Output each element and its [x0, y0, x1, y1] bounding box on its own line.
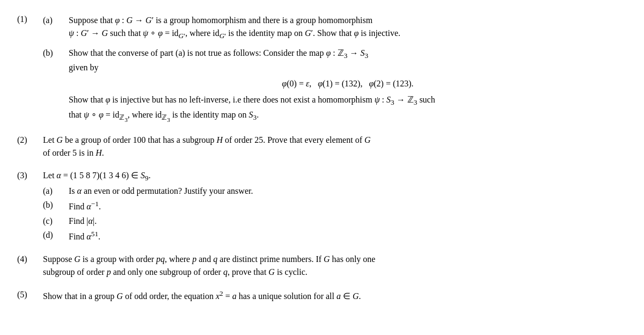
problem-3c-label: (c): [43, 215, 69, 228]
problem-3-number: (3): [17, 169, 43, 182]
problem-4-number: (4): [17, 253, 43, 266]
problem-1b-conclusion: Show that φ is injective but has no left…: [69, 93, 627, 108]
problem-3d-label: (d): [43, 229, 69, 242]
problem-5-number: (5): [17, 288, 43, 301]
problem-1a-line1: Suppose that φ : G → G′ is a group homom…: [69, 14, 627, 27]
problem-1b-intro: Show that the converse of part (a) is no…: [69, 47, 627, 61]
problem-3-intro: Let α = (1 5 8 7)(1 3 4 6) ∈ S9.: [43, 169, 627, 184]
problem-1b-content: Show that the converse of part (a) is no…: [69, 47, 627, 124]
problem-1: (1) (a) Suppose that φ : G → G′ is a gro…: [17, 13, 627, 124]
problem-3c-text: Find |α|.: [69, 215, 627, 228]
problem-3d-text: Find α51.: [69, 229, 627, 243]
problem-2-line2: of order 5 is in H.: [43, 147, 627, 159]
problem-3a: (a) Is α an even or odd permutation? Jus…: [43, 185, 627, 198]
problem-1b-formula: φ(0) = ε, φ(1) = (132), φ(2) = (123).: [69, 77, 627, 90]
problem-5-text: Show that in a group G of odd order, the…: [43, 288, 627, 303]
problem-4-content: Suppose G is a group with order pq, wher…: [43, 253, 627, 279]
problem-2-number: (2): [17, 134, 43, 147]
problem-3b-content: Find α−1.: [69, 199, 627, 213]
problem-1a-content: Suppose that φ : G → G′ is a group homom…: [69, 14, 627, 41]
problem-5: (5) Show that in a group G of odd order,…: [17, 288, 627, 303]
problem-3a-content: Is α an even or odd permutation? Justify…: [69, 185, 627, 198]
problem-3-content: Let α = (1 5 8 7)(1 3 4 6) ∈ S9. (a) Is …: [43, 169, 627, 243]
problem-1b: (b) Show that the converse of part (a) i…: [43, 47, 627, 124]
problem-3b: (b) Find α−1.: [43, 199, 627, 213]
problem-3: (3) Let α = (1 5 8 7)(1 3 4 6) ∈ S9. (a)…: [17, 169, 627, 243]
problem-1a: (a) Suppose that φ : G → G′ is a group h…: [43, 14, 627, 41]
problem-3c-content: Find |α|.: [69, 215, 627, 228]
problem-3d-content: Find α51.: [69, 229, 627, 243]
problem-5-content: Show that in a group G of odd order, the…: [43, 288, 627, 303]
problem-4-line2: subgroup of order p and only one subgrou…: [43, 266, 627, 279]
problem-4: (4) Suppose G is a group with order pq, …: [17, 253, 627, 279]
problem-1b-conclusion2: that ψ ∘ φ = idℤ3, where idℤ3 is the ide…: [69, 108, 627, 125]
problem-1-content: (a) Suppose that φ : G → G′ is a group h…: [43, 13, 627, 124]
problem-container: (1) (a) Suppose that φ : G → G′ is a gro…: [17, 13, 627, 303]
problem-3d: (d) Find α51.: [43, 229, 627, 243]
problem-1a-line2: ψ : G′ → G such that ψ ∘ φ = idG′, where…: [69, 27, 627, 41]
problem-3c: (c) Find |α|.: [43, 215, 627, 228]
problem-3b-text: Find α−1.: [69, 199, 627, 213]
problem-1a-label: (a): [43, 14, 69, 27]
problem-2-content: Let G be a group of order 100 that has a…: [43, 134, 627, 159]
problem-2: (2) Let G be a group of order 100 that h…: [17, 134, 627, 159]
problem-2-line1: Let G be a group of order 100 that has a…: [43, 134, 627, 147]
problem-1b-label: (b): [43, 47, 69, 60]
problem-3a-text: Is α an even or odd permutation? Justify…: [69, 185, 627, 198]
problem-1b-given-by: given by: [69, 61, 627, 74]
problem-1-number: (1): [17, 13, 43, 26]
problem-4-line1: Suppose G is a group with order pq, wher…: [43, 253, 627, 266]
problem-3b-label: (b): [43, 199, 69, 212]
problem-3a-label: (a): [43, 185, 69, 198]
